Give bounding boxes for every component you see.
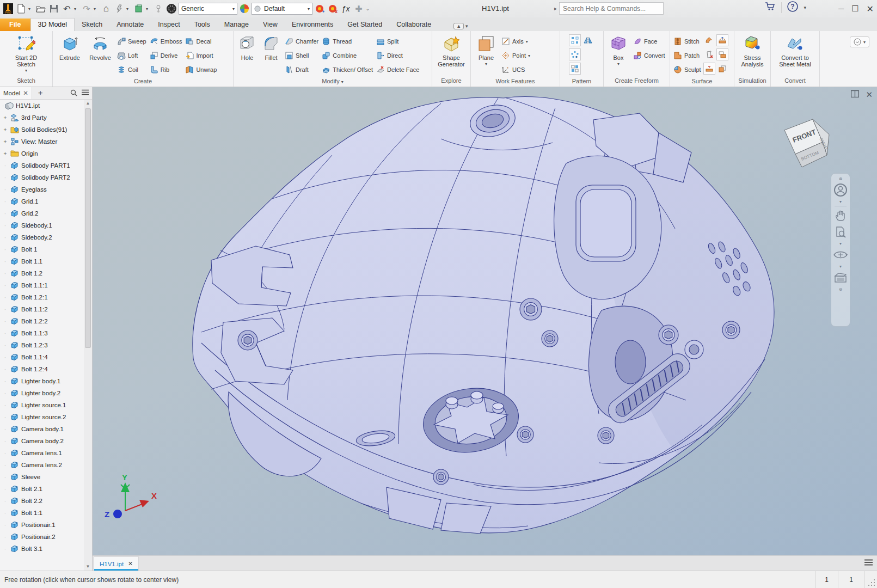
revolve-button[interactable]: Revolve <box>85 33 115 61</box>
shape-generator-button[interactable]: Shape Generator <box>435 33 468 68</box>
tree-node-sleeve[interactable]: ·Sleeve <box>0 471 84 483</box>
fillet-button[interactable]: Fillet <box>260 33 283 61</box>
mirror-icon[interactable] <box>582 34 594 46</box>
adjust-appearance-icon[interactable]: + <box>314 2 326 15</box>
app-logo-icon[interactable]: PRO <box>2 2 14 15</box>
tab-inspect[interactable]: Inspect <box>151 19 187 31</box>
split-button[interactable]: Split <box>375 34 420 48</box>
tree-node-bolt-1-1-1[interactable]: ·Bolt 1.1:1 <box>0 279 84 291</box>
new-file-icon[interactable] <box>15 2 27 15</box>
tab-sketch[interactable]: Sketch <box>75 19 109 31</box>
panel-label-create[interactable]: Create <box>53 77 233 87</box>
panel-label-sketch[interactable]: Sketch <box>0 76 52 87</box>
look-at-icon[interactable] <box>831 270 850 286</box>
ribbon-appearance-toggle[interactable]: ▲▾ <box>453 23 468 29</box>
document-tab[interactable]: H1V1.ipt ✕ <box>94 556 139 571</box>
coil-button[interactable]: Coil <box>116 63 148 77</box>
helmet-model[interactable] <box>193 97 774 534</box>
qat-customize-caret[interactable]: ⌄ <box>366 7 371 11</box>
tab-3d-model[interactable]: 3D Model <box>30 18 75 31</box>
tree-node-camera-body-2[interactable]: ·Camera body.2 <box>0 435 84 447</box>
zoom-caret[interactable]: ▾ <box>831 240 850 247</box>
tree-node-bolt-1-2-3[interactable]: ·Bolt 1.2:3 <box>0 339 84 351</box>
tab-annotate[interactable]: Annotate <box>109 19 151 31</box>
tree-node-grid-1[interactable]: ·Grid.1 <box>0 195 84 207</box>
orbit-icon[interactable] <box>831 247 850 263</box>
thicken-offset-button[interactable]: Thicken/ Offset <box>321 63 374 77</box>
resize-grip[interactable] <box>864 571 877 588</box>
save-icon[interactable] <box>48 2 60 15</box>
navigation-wheel-icon[interactable] <box>831 182 850 198</box>
navigation-bar[interactable]: ⊗ ▾ ▾ ▾ ⊖ <box>831 173 850 327</box>
ruled-surface-icon[interactable] <box>703 63 715 75</box>
tree-node-view-master[interactable]: +View: Master <box>0 136 84 148</box>
parameters-fx-icon[interactable]: ƒx <box>340 2 352 15</box>
panel-label-simulation[interactable]: Simulation <box>734 76 770 87</box>
minimize-button[interactable]: ─ <box>838 4 844 13</box>
stress-analysis-button[interactable]: Stress Analysis <box>737 33 768 68</box>
extend-surface-icon[interactable] <box>716 34 728 46</box>
color-wheel-icon[interactable] <box>238 2 250 15</box>
rectangular-pattern-icon[interactable] <box>569 34 581 46</box>
rib-button[interactable]: Rib <box>149 63 183 77</box>
convert-sheet-metal-button[interactable]: Convert to Sheet Metal <box>774 33 817 68</box>
hole-button[interactable]: Hole <box>236 33 259 61</box>
panel-label-surface[interactable]: Surface <box>670 77 734 87</box>
tree-node-bolt-2-2[interactable]: ·Bolt 2.2 <box>0 495 84 507</box>
browser-menu-icon[interactable] <box>82 89 89 97</box>
document-tab-menu-icon[interactable] <box>864 559 873 567</box>
appearance-caret[interactable]: ▾ <box>308 7 310 11</box>
tree-node-bolt-1-2-1[interactable]: ·Bolt 1.2:1 <box>0 291 84 303</box>
canvas-close-icon[interactable]: ✕ <box>866 90 873 100</box>
home-icon[interactable]: ⌂ <box>100 2 112 15</box>
chamfer-button[interactable]: Chamfer <box>284 34 320 48</box>
close-button[interactable]: ✕ <box>867 4 874 14</box>
tab-manage[interactable]: Manage <box>217 19 256 31</box>
tree-node-bolt-1-2-2[interactable]: ·Bolt 1.2:2 <box>0 315 84 327</box>
tree-node-camera-lens-2[interactable]: ·Camera lens.2 <box>0 459 84 471</box>
tree-node-eyeglass[interactable]: ·Eyeglass <box>0 183 84 195</box>
delete-surface-icon[interactable] <box>703 48 715 60</box>
axis-button[interactable]: Axis ▾ <box>500 34 531 48</box>
navbar-close-icon[interactable]: ⊗ <box>831 175 850 182</box>
import-button[interactable]: Import <box>184 48 218 63</box>
extrude-button[interactable]: Extrude <box>55 33 84 61</box>
new-file-caret[interactable]: ▾ <box>28 7 34 11</box>
tree-node-bolt-2-1[interactable]: ·Bolt 2.1 <box>0 483 84 495</box>
sweep-button[interactable]: Sweep <box>116 34 148 48</box>
material-combo[interactable]: Generic ▾ <box>179 3 237 15</box>
tree-node-solid-bodies-91[interactable]: +Solid Bodies(91) <box>0 124 84 136</box>
appearance-combo[interactable]: Default ▾ <box>252 3 312 15</box>
tab-environments[interactable]: Environments <box>285 19 340 31</box>
tree-node-bolt-1-1-3[interactable]: ·Bolt 1.1:3 <box>0 327 84 339</box>
tree-node-bolt-1-2[interactable]: ·Bolt 1.2 <box>0 267 84 279</box>
help-search-input[interactable] <box>559 2 664 15</box>
loft-button[interactable]: Loft <box>116 48 148 63</box>
clear-appearance-icon[interactable]: x <box>327 2 339 15</box>
expand-icon[interactable]: + <box>2 139 8 145</box>
model-canvas[interactable]: X Y Z <box>93 87 877 555</box>
material-ball-icon[interactable] <box>165 2 177 15</box>
redo-icon[interactable]: ↷ <box>81 2 93 15</box>
help-icon[interactable]: ? <box>787 1 798 14</box>
scroll-up-icon[interactable]: ▲ <box>84 100 92 107</box>
tree-node-h1v1-ipt[interactable]: ·H1V1.ipt <box>0 100 84 112</box>
panel-label-create-freeform[interactable]: Create Freeform <box>604 76 670 87</box>
tree-node-sidebody-2[interactable]: ·Sidebody.2 <box>0 231 84 243</box>
pan-icon[interactable] <box>831 207 850 224</box>
undo-icon[interactable]: ↶ <box>61 2 73 15</box>
tree-node-bolt-1-1-2[interactable]: ·Bolt 1.1:2 <box>0 303 84 315</box>
direct-button[interactable]: Direct <box>375 48 420 63</box>
emboss-button[interactable]: Emboss <box>149 34 183 48</box>
start-2d-sketch-button[interactable]: Start 2D Sketch ▾ <box>6 33 46 74</box>
browser-tab-model[interactable]: Model ✕ <box>0 87 32 99</box>
split-view-icon[interactable] <box>851 90 859 99</box>
tab-collaborate[interactable]: Collaborate <box>389 19 438 31</box>
circular-pattern-icon[interactable] <box>569 48 581 60</box>
undo-caret[interactable]: ▾ <box>74 7 79 11</box>
freeform-convert-button[interactable]: Convert <box>632 48 666 63</box>
browser-search-icon[interactable] <box>70 89 77 97</box>
delete-face-button[interactable]: Delete Face <box>375 63 420 77</box>
tree-node-lighter-source-2[interactable]: ·Lighter source.2 <box>0 411 84 423</box>
tree-node-grid-2[interactable]: ·Grid.2 <box>0 207 84 219</box>
